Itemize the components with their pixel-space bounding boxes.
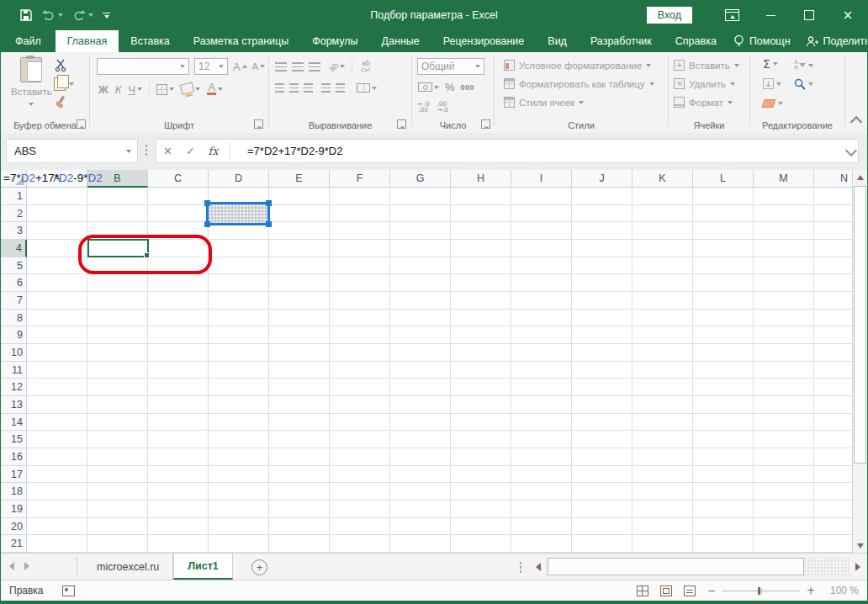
sheet-tab-microexcel.ru[interactable]: microexcel.ru [83,554,173,580]
cell-I1[interactable] [511,188,572,205]
cell-G3[interactable] [390,222,451,240]
cell-I6[interactable] [511,274,572,292]
merge-center-button[interactable] [357,83,377,93]
cell-E7[interactable] [269,292,330,310]
cell-J10[interactable] [572,344,632,362]
cell-D16[interactable] [209,448,269,466]
cell-L20[interactable] [693,518,754,536]
column-header-I[interactable]: I [511,170,572,188]
undo-icon[interactable] [42,9,63,21]
cell-A11[interactable] [27,362,87,379]
name-box[interactable]: ABS [6,139,138,163]
cell-M1[interactable] [754,188,814,205]
cell-F3[interactable] [330,222,390,240]
cell-M12[interactable] [754,379,814,396]
cell-L2[interactable] [693,205,754,223]
cell-M15[interactable] [754,431,814,448]
grow-font-button[interactable]: A [233,61,247,73]
cell-F4[interactable] [330,240,390,257]
cell-J16[interactable] [572,448,632,466]
cell-D7[interactable] [209,292,269,310]
cell-B10[interactable] [87,344,148,362]
tab-Главная[interactable]: Главная [56,30,119,52]
fill-handle[interactable] [144,252,150,258]
assistant-button[interactable]: Помощн [728,34,796,48]
cell-G2[interactable] [390,205,451,223]
fill-color-button[interactable] [181,84,200,94]
cell-I8[interactable] [511,310,572,327]
cell-B11[interactable] [87,362,148,379]
cell-C5[interactable] [148,257,209,275]
cell-H12[interactable] [451,379,511,396]
cell-A4[interactable] [27,240,87,257]
cell-A18[interactable] [27,483,87,501]
cell-J6[interactable] [572,274,632,292]
align-middle-icon[interactable] [292,62,304,72]
row-header-1[interactable]: 1 [1,188,27,205]
tab-Вставка[interactable]: Вставка [119,30,181,52]
row-header-15[interactable]: 15 [1,431,27,448]
row-header-13[interactable]: 13 [1,396,27,414]
scroll-left-icon[interactable] [531,558,546,575]
row-header-11[interactable]: 11 [1,362,27,379]
cell-N17[interactable] [814,466,853,484]
cell-styles-button[interactable]: Стили ячеек [504,97,584,108]
cancel-icon[interactable]: ✕ [156,145,179,157]
cell-E21[interactable] [269,535,330,553]
scroll-up-icon[interactable] [854,170,866,184]
cell-E12[interactable] [269,379,330,396]
cell-J17[interactable] [572,466,632,484]
cell-G12[interactable] [390,379,451,396]
cell-C16[interactable] [148,448,209,466]
cell-I19[interactable] [511,501,572,518]
cell-I13[interactable] [511,396,572,414]
tab-Вид[interactable]: Вид [536,30,579,52]
cell-K3[interactable] [632,222,693,240]
cell-D9[interactable] [209,326,269,344]
number-dialog-launcher-icon[interactable] [481,119,490,129]
cell-L10[interactable] [693,344,754,362]
cell-L13[interactable] [693,396,754,414]
row-header-16[interactable]: 16 [1,448,27,466]
cell-F20[interactable] [330,518,390,536]
new-sheet-button[interactable]: + [251,559,267,575]
cell-H11[interactable] [451,362,511,379]
column-header-J[interactable]: J [572,170,632,188]
column-header-K[interactable]: K [632,170,693,188]
cell-F14[interactable] [330,414,390,432]
cell-G17[interactable] [390,466,451,484]
cell-G20[interactable] [390,518,451,536]
format-painter-button[interactable] [55,96,66,110]
wrap-text-button[interactable]: abc↵ [361,60,371,73]
edit-cell-b4[interactable] [87,239,149,257]
cell-M13[interactable] [754,396,814,414]
cell-H17[interactable] [451,466,511,484]
cell-C13[interactable] [148,396,209,414]
cell-A5[interactable] [27,257,87,275]
cell-C4[interactable] [148,240,209,257]
row-header-20[interactable]: 20 [1,518,27,536]
cell-I11[interactable] [511,362,572,379]
cell-N5[interactable] [814,257,853,275]
cell-G10[interactable] [390,344,451,362]
normal-view-icon[interactable] [637,585,648,596]
accounting-format-button[interactable] [418,82,439,92]
cell-K20[interactable] [632,518,693,536]
cell-K8[interactable] [632,310,693,327]
font-name-combo[interactable] [97,58,189,75]
cell-J4[interactable] [572,240,632,257]
cell-L7[interactable] [693,292,754,310]
cell-K10[interactable] [632,344,693,362]
zoom-in-icon[interactable]: + [807,585,815,596]
cell-A10[interactable] [27,344,87,362]
cell-D11[interactable] [209,362,269,379]
shrink-font-button[interactable]: A [252,61,265,72]
formula-input-area[interactable]: ✕ ✓ fx =7*D2+17*D2-9*D2 [156,139,859,163]
cell-I21[interactable] [511,535,572,553]
cell-J9[interactable] [572,326,632,344]
cell-K16[interactable] [632,448,693,466]
cell-J3[interactable] [572,222,632,240]
cell-D10[interactable] [209,344,269,362]
column-header-D[interactable]: D [209,170,269,188]
page-break-view-icon[interactable] [684,585,696,596]
